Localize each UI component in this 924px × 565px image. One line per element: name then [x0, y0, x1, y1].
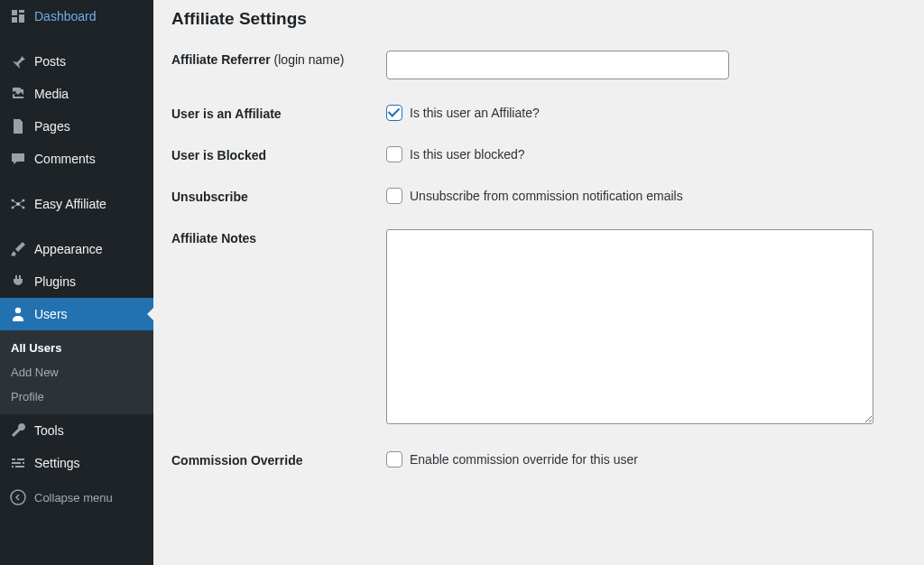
svg-point-5 [15, 308, 21, 313]
collapse-label: Collapse menu [34, 491, 113, 505]
sidebar-item-tools[interactable]: Tools [0, 414, 153, 447]
sidebar-item-plugins[interactable]: Plugins [0, 265, 153, 298]
unsubscribe-checkbox-label[interactable]: Unsubscribe from commission notification… [410, 189, 683, 203]
sidebar-item-label: Plugins [34, 274, 76, 289]
collapse-icon [9, 488, 27, 506]
pin-icon [9, 52, 27, 70]
label-affiliate-notes: Affiliate Notes [171, 229, 386, 245]
dashboard-icon [9, 7, 27, 25]
row-affiliate-referrer: Affiliate Referrer (login name) [171, 51, 906, 79]
submenu-add-new[interactable]: Add New [0, 360, 153, 384]
affiliate-icon [9, 195, 27, 213]
label-affiliate-referrer: Affiliate Referrer (login name) [171, 51, 386, 67]
row-commission-override: Commission Override Enable commission ov… [171, 451, 906, 468]
main-content: Affiliate Settings Affiliate Referrer (l… [153, 0, 924, 565]
sidebar-item-appearance[interactable]: Appearance [0, 233, 153, 265]
row-unsubscribe: Unsubscribe Unsubscribe from commission … [171, 188, 906, 204]
is-blocked-checkbox-label[interactable]: Is this user blocked? [410, 147, 525, 162]
submenu-profile[interactable]: Profile [0, 384, 153, 409]
sidebar-item-label: Tools [34, 423, 64, 438]
sidebar-item-posts[interactable]: Posts [0, 45, 153, 78]
sidebar-item-label: Easy Affiliate [34, 197, 106, 211]
comment-icon [9, 150, 27, 168]
is-blocked-checkbox[interactable] [386, 146, 402, 162]
affiliate-referrer-input[interactable] [386, 51, 729, 79]
admin-sidebar: Dashboard Posts Media Pages Comments Eas… [0, 0, 153, 565]
row-is-affiliate: User is an Affiliate Is this user an Aff… [171, 105, 906, 121]
sidebar-submenu-users: All Users Add New Profile [0, 330, 153, 414]
sidebar-item-easy-affiliate[interactable]: Easy Affiliate [0, 188, 153, 220]
svg-point-6 [11, 490, 25, 505]
collapse-menu[interactable]: Collapse menu [0, 479, 153, 515]
sidebar-item-label: Pages [34, 119, 70, 134]
commission-override-checkbox-label[interactable]: Enable commission override for this user [410, 452, 638, 467]
label-is-affiliate: User is an Affiliate [171, 105, 386, 121]
sidebar-item-label: Users [34, 307, 68, 321]
is-affiliate-checkbox-label[interactable]: Is this user an Affiliate? [410, 106, 540, 120]
sidebar-item-settings[interactable]: Settings [0, 447, 153, 479]
media-icon [9, 85, 27, 103]
row-is-blocked: User is Blocked Is this user blocked? [171, 146, 906, 162]
sliders-icon [9, 454, 27, 472]
page-title: Affiliate Settings [171, 9, 906, 29]
sidebar-item-label: Comments [34, 152, 96, 166]
label-is-blocked: User is Blocked [171, 146, 386, 162]
sidebar-item-label: Posts [34, 54, 66, 69]
row-affiliate-notes: Affiliate Notes [171, 229, 906, 424]
commission-override-checkbox[interactable] [386, 451, 402, 468]
sidebar-item-label: Appearance [34, 242, 103, 256]
pages-icon [9, 117, 27, 135]
affiliate-notes-textarea[interactable] [386, 229, 873, 424]
sidebar-item-label: Dashboard [34, 9, 97, 23]
sidebar-item-label: Settings [34, 456, 80, 470]
sidebar-item-media[interactable]: Media [0, 78, 153, 110]
is-affiliate-checkbox[interactable] [386, 105, 402, 121]
user-icon [9, 305, 27, 323]
wrench-icon [9, 421, 27, 440]
label-unsubscribe: Unsubscribe [171, 188, 386, 204]
label-commission-override: Commission Override [171, 451, 386, 468]
unsubscribe-checkbox[interactable] [386, 188, 402, 204]
sidebar-item-label: Media [34, 87, 69, 101]
sidebar-item-comments[interactable]: Comments [0, 143, 153, 175]
sidebar-item-users[interactable]: Users [0, 298, 153, 330]
brush-icon [9, 240, 27, 258]
sidebar-item-dashboard[interactable]: Dashboard [0, 0, 153, 32]
plug-icon [9, 273, 27, 291]
submenu-all-users[interactable]: All Users [0, 336, 153, 360]
sidebar-item-pages[interactable]: Pages [0, 110, 153, 143]
